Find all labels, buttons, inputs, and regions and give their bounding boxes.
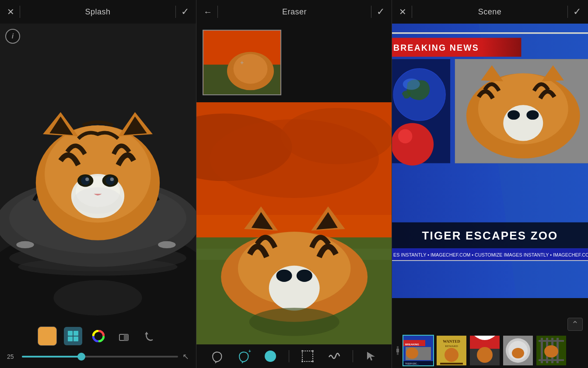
left-topbar-left: ✕ (7, 6, 20, 18)
texture-brush-icon (67, 330, 79, 342)
svg-rect-91 (440, 363, 463, 365)
svg-point-16 (110, 177, 114, 181)
tool-row (5, 326, 191, 346)
mid-back-button[interactable]: ← (203, 7, 212, 17)
svg-rect-24 (74, 337, 78, 341)
scene-thumb-zoo-inner (536, 336, 566, 365)
left-canvas[interactable]: i (0, 24, 196, 320)
checkmark-icon: ✓ (573, 6, 581, 17)
svg-point-49 (301, 350, 303, 352)
svg-point-66 (398, 129, 412, 143)
thumb-xmas-svg (470, 336, 500, 365)
svg-marker-53 (367, 352, 375, 361)
right-topbar: ✕ Scene ✓ (392, 0, 588, 24)
selection-box-icon (301, 349, 315, 363)
close-icon: ✕ (399, 7, 406, 17)
news-scene-image: BREAKING NEWS LIVE (392, 24, 588, 298)
right-toolbar-row: ⌃ (392, 316, 588, 333)
eraser-thumbnail[interactable]: + (203, 30, 281, 95)
left-topbar: ✕ Splash ✓ (0, 0, 196, 24)
scene-thumb-christmas[interactable] (469, 335, 500, 366)
left-close-button[interactable]: ✕ (7, 7, 14, 17)
thumb-zoo-svg (536, 336, 566, 365)
info-icon: i (12, 32, 14, 40)
svg-marker-29 (145, 332, 148, 334)
color-wheel-button[interactable] (89, 327, 108, 345)
svg-point-18 (16, 241, 34, 248)
svg-rect-23 (68, 337, 73, 341)
scene-thumb-wanted-inner: WANTED REWARD (437, 336, 466, 365)
lasso-add-button[interactable]: + (235, 348, 252, 365)
checkmark-icon: ✓ (377, 6, 385, 17)
mid-topbar: ← Eraser ✓ (196, 0, 392, 24)
scene-thumbnail-strip: BREAKING TIGER ESC... WANTED REWARD (392, 333, 588, 368)
scene-thumb-news[interactable]: BREAKING TIGER ESC... (402, 335, 434, 366)
scene-thumb-zoo[interactable] (536, 335, 567, 366)
left-title: Splash (85, 7, 110, 17)
left-divider-right (175, 6, 176, 18)
left-divider (20, 6, 20, 18)
cursor-icon: ↖ (182, 352, 189, 361)
right-divider-left (412, 6, 412, 18)
color-swatch[interactable] (38, 326, 57, 346)
left-topbar-right: ✓ (175, 6, 189, 18)
lasso-tool-button[interactable] (209, 348, 225, 365)
scene-thumb-news-inner: BREAKING TIGER ESC... (403, 336, 433, 365)
eraser-tool-button[interactable] (115, 327, 133, 345)
svg-point-65 (392, 123, 434, 165)
mid-confirm-button[interactable]: ✓ (377, 6, 385, 17)
left-confirm-button[interactable]: ✓ (181, 6, 189, 17)
crop-cursor-button[interactable] (363, 348, 380, 365)
undo-button[interactable] (140, 327, 158, 345)
thumb-plate-svg (503, 336, 533, 365)
smart-brush-button[interactable] (326, 348, 343, 365)
crosshair-icon: + (240, 59, 244, 66)
right-divider-right (567, 6, 568, 18)
texture-brush-button[interactable] (64, 327, 82, 345)
selection-box-button[interactable] (299, 348, 316, 365)
left-bottom-toolbar: 25 ↖ (0, 320, 196, 368)
right-close-button[interactable]: ✕ (399, 7, 406, 17)
slider-fill (22, 356, 81, 358)
mid-topbar-left: ← (203, 6, 218, 18)
mid-canvas[interactable] (196, 102, 392, 344)
mid-toolbar-divider2 (353, 350, 353, 362)
thumb-news-svg: BREAKING TIGER ESC... (403, 336, 433, 365)
svg-point-15 (85, 177, 89, 181)
svg-point-17 (74, 187, 122, 214)
right-canvas[interactable]: BREAKING NEWS LIVE (392, 24, 588, 298)
slider-thumb[interactable] (77, 353, 85, 361)
brush-fill-icon (263, 349, 277, 363)
svg-point-20 (53, 280, 142, 316)
svg-rect-22 (74, 331, 78, 336)
mid-divider-right (371, 6, 371, 18)
svg-text:TIGER ESC...: TIGER ESC... (405, 362, 419, 365)
svg-point-38 (210, 119, 379, 198)
svg-point-14 (106, 176, 115, 185)
right-confirm-button[interactable]: ✓ (573, 6, 581, 17)
svg-point-13 (81, 176, 90, 185)
back-icon: ← (203, 7, 212, 17)
brush-fill-button[interactable] (262, 348, 279, 365)
crop-cursor-icon (365, 350, 378, 362)
svg-point-46 (249, 308, 340, 336)
svg-point-44 (276, 270, 292, 282)
scene-thumb-plate[interactable] (502, 335, 534, 366)
right-topbar-right: ✓ (567, 6, 581, 18)
svg-point-73 (526, 110, 539, 120)
svg-rect-105 (539, 359, 564, 361)
svg-rect-21 (68, 331, 73, 336)
info-button[interactable]: i (5, 29, 20, 44)
svg-point-84 (406, 347, 418, 359)
scene-thumb-wanted[interactable]: WANTED REWARD (436, 335, 467, 366)
mid-divider-left (217, 6, 218, 18)
mid-title: Eraser (282, 7, 307, 17)
undo-icon (143, 330, 155, 342)
right-topbar-left: ✕ (399, 6, 412, 18)
scene-thumb-christmas-inner (470, 336, 500, 365)
brush-size-slider[interactable] (22, 356, 178, 358)
svg-text:WANTED: WANTED (443, 339, 460, 344)
smart-brush-icon (327, 349, 341, 363)
right-title: Scene (478, 7, 502, 17)
collapse-button[interactable]: ⌃ (567, 318, 583, 331)
